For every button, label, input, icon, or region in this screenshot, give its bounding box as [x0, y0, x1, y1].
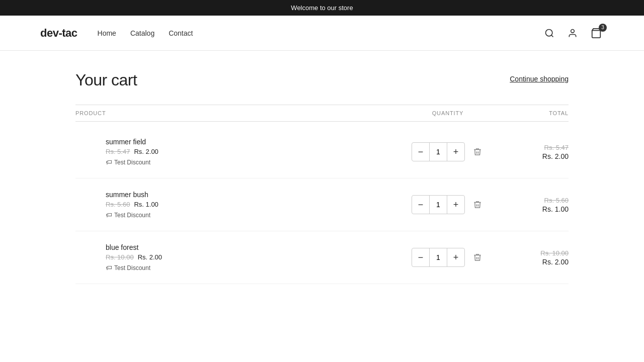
- delete-item-1[interactable]: [471, 198, 484, 211]
- item-price-original-1: Rs. 5.60: [106, 201, 130, 208]
- item-price-sale-1: Rs. 1.00: [134, 201, 158, 208]
- cart-item: summer field Rs. 5.47 Rs. 2.00 🏷 Test Di…: [75, 126, 569, 178]
- quantity-area-2: − +: [397, 248, 498, 267]
- nav-home[interactable]: Home: [98, 29, 116, 37]
- cart-item: blue forest Rs. 10.00 Rs. 2.00 🏷 Test Di…: [75, 231, 569, 284]
- table-header: PRODUCT QUANTITY TOTAL: [75, 105, 569, 122]
- item-price-sale-0: Rs. 2.00: [134, 148, 158, 155]
- cart-header-row: Your cart Continue shopping: [75, 71, 569, 89]
- svg-line-1: [551, 35, 553, 37]
- item-name-1: summer bush: [106, 191, 397, 199]
- qty-decrease-0[interactable]: −: [412, 143, 429, 161]
- cart-button[interactable]: 3: [589, 26, 604, 41]
- announcement-bar: Welcome to our store: [0, 0, 644, 16]
- col-quantity-header: QUANTITY: [397, 110, 498, 116]
- item-discount-label-0: Test Discount: [114, 159, 150, 166]
- tag-icon-1: 🏷: [106, 211, 112, 219]
- item-name-2: blue forest: [106, 243, 397, 251]
- item-total-0: Rs. 5.47 Rs. 2.00: [498, 144, 569, 160]
- qty-increase-2[interactable]: +: [447, 248, 464, 266]
- tag-icon-2: 🏷: [106, 264, 112, 272]
- search-icon: [544, 28, 554, 38]
- qty-input-2[interactable]: [429, 248, 447, 266]
- header: dev-tac Home Catalog Contact 3: [0, 16, 644, 51]
- svg-point-2: [571, 29, 575, 33]
- svg-point-0: [546, 29, 552, 36]
- announcement-text: Welcome to our store: [291, 4, 353, 12]
- quantity-control-0: − +: [412, 142, 465, 161]
- quantity-area-0: − +: [397, 142, 498, 161]
- qty-decrease-2[interactable]: −: [412, 248, 429, 266]
- trash-icon-2: [473, 253, 482, 262]
- logo[interactable]: dev-tac: [40, 27, 77, 40]
- item-name-0: summer field: [106, 138, 397, 146]
- trash-icon-0: [473, 147, 482, 156]
- item-discount-tag-0: 🏷 Test Discount: [106, 158, 397, 166]
- page-title: Your cart: [75, 71, 137, 89]
- item-discount-tag-1: 🏷 Test Discount: [106, 211, 397, 219]
- item-total-sale-0: Rs. 2.00: [498, 152, 569, 160]
- item-info-1: summer bush Rs. 5.60 Rs. 1.00 🏷 Test Dis…: [75, 191, 397, 219]
- main-content: Your cart Continue shopping PRODUCT QUAN…: [35, 51, 609, 324]
- item-total-1: Rs. 5.60 Rs. 1.00: [498, 197, 569, 213]
- item-info-0: summer field Rs. 5.47 Rs. 2.00 🏷 Test Di…: [75, 138, 397, 166]
- nav-catalog[interactable]: Catalog: [130, 29, 154, 37]
- continue-shopping-button[interactable]: Continue shopping: [510, 75, 569, 83]
- qty-increase-0[interactable]: +: [447, 143, 464, 161]
- quantity-control-1: − +: [412, 195, 465, 214]
- item-pricing-2: Rs. 10.00 Rs. 2.00: [106, 253, 397, 261]
- quantity-control-2: − +: [412, 248, 465, 267]
- item-total-sale-2: Rs. 2.00: [498, 258, 569, 266]
- item-total-2: Rs. 10.00 Rs. 2.00: [498, 249, 569, 266]
- item-total-original-1: Rs. 5.60: [498, 197, 569, 204]
- cart-count: 3: [599, 24, 607, 32]
- col-total-header: TOTAL: [498, 110, 569, 116]
- account-icon: [568, 28, 578, 38]
- item-pricing-1: Rs. 5.60 Rs. 1.00: [106, 201, 397, 208]
- qty-input-0[interactable]: [429, 143, 447, 161]
- item-pricing-0: Rs. 5.47 Rs. 2.00: [106, 148, 397, 155]
- qty-decrease-1[interactable]: −: [412, 196, 429, 214]
- col-product-header: PRODUCT: [75, 110, 397, 116]
- main-nav: Home Catalog Contact: [98, 29, 542, 37]
- cart-item: summer bush Rs. 5.60 Rs. 1.00 🏷 Test Dis…: [75, 178, 569, 231]
- item-info-2: blue forest Rs. 10.00 Rs. 2.00 🏷 Test Di…: [75, 243, 397, 272]
- item-total-original-0: Rs. 5.47: [498, 144, 569, 151]
- item-total-sale-1: Rs. 1.00: [498, 205, 569, 213]
- item-discount-label-1: Test Discount: [114, 212, 150, 219]
- delete-item-2[interactable]: [471, 251, 484, 264]
- item-price-original-0: Rs. 5.47: [106, 148, 130, 155]
- qty-increase-1[interactable]: +: [447, 196, 464, 214]
- delete-item-0[interactable]: [471, 145, 484, 158]
- item-discount-label-2: Test Discount: [114, 264, 150, 272]
- nav-contact[interactable]: Contact: [169, 29, 193, 37]
- item-price-sale-2: Rs. 2.00: [138, 253, 162, 261]
- qty-input-1[interactable]: [429, 196, 447, 214]
- header-icons: 3: [542, 26, 604, 41]
- search-button[interactable]: [542, 26, 556, 40]
- cart-items-list: summer field Rs. 5.47 Rs. 2.00 🏷 Test Di…: [75, 126, 569, 284]
- account-button[interactable]: [566, 26, 580, 40]
- item-price-original-2: Rs. 10.00: [106, 253, 134, 261]
- quantity-area-1: − +: [397, 195, 498, 214]
- item-total-original-2: Rs. 10.00: [498, 249, 569, 257]
- item-discount-tag-2: 🏷 Test Discount: [106, 264, 397, 272]
- trash-icon-1: [473, 200, 482, 209]
- tag-icon-0: 🏷: [106, 158, 112, 166]
